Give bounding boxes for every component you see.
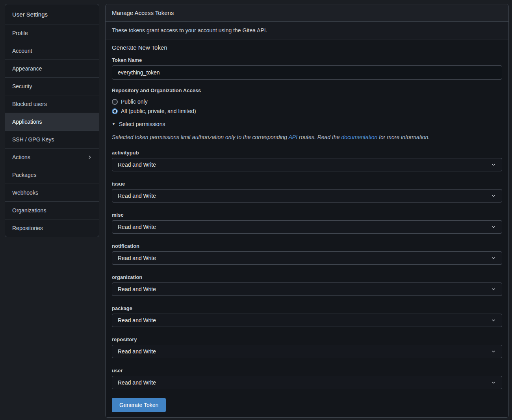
chevron-down-icon <box>491 318 496 323</box>
radio-label: Public only <box>121 98 148 105</box>
permission-group-organization: organization Read and Write <box>112 274 502 296</box>
sidebar-item-label: Profile <box>12 30 28 36</box>
permission-select[interactable]: Read and Write <box>112 220 502 234</box>
sidebar-item-actions[interactable]: Actions <box>5 148 99 166</box>
permission-group-activitypub: activitypub Read and Write <box>112 150 502 171</box>
token-name-label: Token Name <box>112 57 502 63</box>
permission-select[interactable]: Read and Write <box>112 189 502 203</box>
sidebar-item-label: Blocked users <box>12 101 47 107</box>
select-permissions-label: Select permissions <box>119 121 165 127</box>
permission-group-repository: repository Read and Write <box>112 336 502 358</box>
sidebar-item-security[interactable]: Security <box>5 77 99 95</box>
permission-select[interactable]: Read and Write <box>112 314 502 327</box>
permission-select-value: Read and Write <box>118 286 156 292</box>
permission-name-label: misc <box>112 212 502 218</box>
chevron-right-icon <box>87 154 93 160</box>
sidebar-item-webhooks[interactable]: Webhooks <box>5 184 99 201</box>
permission-name-label: activitypub <box>112 150 502 156</box>
access-scope-radio[interactable]: Public only <box>112 97 502 106</box>
permission-select-value: Read and Write <box>118 162 156 168</box>
permission-select[interactable]: Read and Write <box>112 251 502 265</box>
permission-select[interactable]: Read and Write <box>112 376 502 389</box>
sidebar-item-packages[interactable]: Packages <box>5 166 99 184</box>
permission-name-label: user <box>112 368 502 374</box>
permission-groups: activitypub Read and Write issue Read an… <box>112 150 502 389</box>
permission-select[interactable]: Read and Write <box>112 345 502 358</box>
sidebar-item-label: Security <box>12 83 32 89</box>
sidebar-item-appearance[interactable]: Appearance <box>5 59 99 77</box>
permission-group-user: user Read and Write <box>112 368 502 389</box>
chevron-down-icon <box>491 349 496 354</box>
sidebar-item-organizations[interactable]: Organizations <box>5 201 99 219</box>
generate-token-form: Generate New Token Token Name Repository… <box>106 39 508 418</box>
permission-select-value: Read and Write <box>118 224 156 230</box>
permissions-note: Selected token permissions limit authori… <box>112 134 502 140</box>
sidebar-item-label: Actions <box>12 154 30 160</box>
sidebar-title: User Settings <box>5 4 99 24</box>
note-text-middle: routes. Read the <box>297 134 341 140</box>
api-link[interactable]: API <box>289 134 298 140</box>
permission-name-label: notification <box>112 243 502 249</box>
panel-title: Manage Access Tokens <box>106 4 508 22</box>
sidebar-item-label: Applications <box>12 119 42 125</box>
permission-name-label: package <box>112 305 502 311</box>
permission-group-issue: issue Read and Write <box>112 181 502 203</box>
sidebar-menu: Profile Account Appearance Security Bloc… <box>5 24 99 237</box>
note-text-before: Selected token permissions limit authori… <box>112 134 289 140</box>
chevron-down-icon <box>491 193 496 199</box>
caret-down-icon: ▼ <box>112 123 115 126</box>
sidebar-item-blocked-users[interactable]: Blocked users <box>5 95 99 113</box>
generate-token-button[interactable]: Generate Token <box>112 398 166 412</box>
sidebar-item-ssh-gpg-keys[interactable]: SSH / GPG Keys <box>5 130 99 148</box>
form-section-title: Generate New Token <box>112 44 502 51</box>
settings-page: User Settings Profile Account Appearance… <box>0 0 512 420</box>
radio-icon[interactable] <box>112 108 118 114</box>
access-scope-radio-group: Public only All (public, private, and li… <box>112 97 502 116</box>
chevron-down-icon <box>491 255 496 261</box>
chevron-down-icon <box>491 380 496 385</box>
radio-label: All (public, private, and limited) <box>121 108 196 114</box>
chevron-down-icon <box>491 224 496 230</box>
sidebar-item-repositories[interactable]: Repositories <box>5 219 99 237</box>
sidebar-item-label: SSH / GPG Keys <box>12 136 54 143</box>
permission-select[interactable]: Read and Write <box>112 282 502 296</box>
permission-select-value: Read and Write <box>118 317 156 323</box>
permission-group-misc: misc Read and Write <box>112 212 502 234</box>
permission-select-value: Read and Write <box>118 348 156 355</box>
permission-select-value: Read and Write <box>118 193 156 199</box>
permission-select-value: Read and Write <box>118 255 156 261</box>
chevron-down-icon <box>491 162 496 167</box>
sidebar-item-account[interactable]: Account <box>5 42 99 59</box>
permission-name-label: organization <box>112 274 502 280</box>
note-text-after: for more information. <box>377 134 430 140</box>
permission-name-label: repository <box>112 336 502 342</box>
user-settings-sidebar: User Settings Profile Account Appearance… <box>5 4 99 237</box>
sidebar-item-applications[interactable]: Applications <box>5 113 99 130</box>
sidebar-item-label: Webhooks <box>12 190 38 196</box>
sidebar-item-label: Appearance <box>12 65 42 72</box>
permission-group-package: package Read and Write <box>112 305 502 327</box>
chevron-down-icon <box>491 286 496 292</box>
permission-select[interactable]: Read and Write <box>112 158 502 171</box>
sidebar-item-label: Organizations <box>12 207 46 214</box>
documentation-link[interactable]: documentation <box>341 134 377 140</box>
sidebar-item-label: Repositories <box>12 225 43 231</box>
permission-group-notification: notification Read and Write <box>112 243 502 265</box>
token-name-input[interactable] <box>112 65 502 80</box>
radio-icon[interactable] <box>112 99 118 105</box>
sidebar-item-profile[interactable]: Profile <box>5 24 99 42</box>
sidebar-item-label: Packages <box>12 172 36 178</box>
manage-access-tokens-panel: Manage Access Tokens These tokens grant … <box>105 4 509 418</box>
sidebar-item-label: Account <box>12 48 32 54</box>
permission-name-label: issue <box>112 181 502 187</box>
access-scope-label: Repository and Organization Access <box>112 87 502 93</box>
access-scope-radio[interactable]: All (public, private, and limited) <box>112 106 502 116</box>
select-permissions-toggle[interactable]: ▼ Select permissions <box>112 121 502 127</box>
panel-description: These tokens grant access to your accoun… <box>106 22 508 39</box>
permission-select-value: Read and Write <box>118 379 156 386</box>
